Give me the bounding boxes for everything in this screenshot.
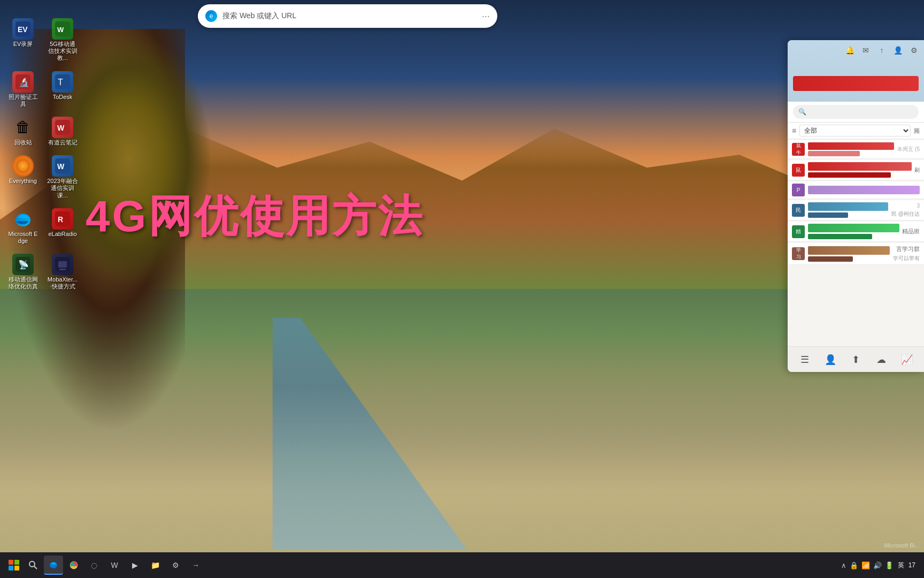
clock[interactable]: 17: [908, 561, 915, 569]
chat-bar-blue2: [808, 212, 848, 218]
desktop-icon-ev[interactable]: EV EV录屏: [5, 16, 41, 64]
footer-chart-button[interactable]: 📈: [898, 351, 915, 368]
svg-rect-23: [9, 560, 13, 565]
svg-rect-26: [14, 566, 19, 571]
taskbar-nav-button[interactable]: →: [186, 556, 205, 575]
panel-header-icons: 🔔 ✉ ↑ 👤 ⚙: [844, 44, 920, 56]
ev-icon: EV: [12, 18, 34, 40]
svg-text:W: W: [57, 124, 65, 132]
svg-text:EV: EV: [18, 25, 28, 34]
clock-time: 17: [908, 561, 915, 569]
filter-select[interactable]: 全部 未读: [799, 125, 911, 136]
address-bar[interactable]: e 搜索 Web 或键入 URL ···: [198, 4, 497, 28]
battery-icon[interactable]: 🔋: [885, 561, 894, 569]
svg-rect-22: [59, 269, 66, 270]
taskbar-app6-button[interactable]: ▶: [125, 556, 144, 575]
chat-avatar-red: 鼠: [792, 164, 805, 177]
chat-item-purple[interactable]: P: [788, 181, 924, 199]
taskbar-files-button[interactable]: 📁: [145, 556, 165, 575]
settings-gear-icon[interactable]: ⚙: [908, 44, 920, 56]
chat-avatar-darkred: 学习: [792, 247, 805, 260]
chat-item-darkred[interactable]: 学习 言学习群 学可以带有: [788, 243, 924, 265]
mail-icon[interactable]: ✉: [860, 44, 872, 56]
5g-label: 5G移动通信技术实训教...: [47, 41, 78, 62]
yunbi-label: 有道云笔记: [48, 139, 78, 146]
desktop-icon-5g[interactable]: W 5G移动通信技术实训教...: [45, 16, 80, 64]
moba-label: MobaXter... ·快捷方式: [47, 276, 78, 290]
footer-upload-button[interactable]: ⬆: [847, 351, 864, 368]
desktop-icon-edge[interactable]: Microsoft Edge: [5, 206, 41, 247]
footer-menu-button[interactable]: ☰: [796, 351, 813, 368]
5g-icon: W: [52, 18, 73, 40]
search-box[interactable]: 🔍: [793, 105, 919, 119]
taskbar-app5-button[interactable]: W: [105, 556, 124, 575]
chat-avatar-green: 精: [792, 225, 805, 238]
chat-meta-darkred: 言学习群 学可以带有: [893, 245, 920, 262]
svg-rect-21: [58, 261, 67, 268]
avatar-icon[interactable]: 👤: [892, 44, 904, 56]
language-indicator[interactable]: 英: [898, 561, 904, 570]
panel-search[interactable]: 🔍: [788, 102, 924, 123]
recycle-label: 回收站: [14, 139, 32, 146]
chat-avatar-blue: 民: [792, 204, 805, 217]
desktop-icon-elab[interactable]: R eLabRadio: [45, 206, 80, 247]
header-red-bar: [793, 76, 919, 91]
footer-contacts-button[interactable]: 👤: [822, 351, 839, 368]
taskbar-gear-button[interactable]: ⚙: [166, 556, 185, 575]
chat-meta-blue: 3 民 @柯任达: [891, 203, 920, 218]
chat-bar-1b: [808, 151, 860, 156]
svg-text:T: T: [58, 78, 63, 87]
desktop-icon-everything[interactable]: Everything: [5, 153, 41, 201]
mobile-net-icon: 📡: [12, 254, 34, 275]
ms-watermark: Microsoft Bi...: [884, 542, 920, 549]
wifi-icon[interactable]: 📶: [861, 561, 870, 569]
svg-text:R: R: [58, 215, 63, 224]
address-more-button[interactable]: ···: [482, 11, 490, 22]
ev-label: EV录屏: [13, 41, 33, 48]
network-icon[interactable]: 🔒: [850, 561, 858, 569]
svg-line-28: [34, 566, 37, 569]
chat-bar-darkred2: [808, 256, 853, 262]
desktop-icon-mobile-net[interactable]: 📡 移动通信网络优化仿真: [5, 252, 41, 292]
bell-icon[interactable]: 🔔: [844, 44, 856, 56]
chat-bar-purple: [808, 186, 920, 194]
desktop-icon-recycle[interactable]: 🗑 回收站: [5, 115, 41, 148]
edge-logo-icon: e: [205, 10, 217, 22]
taskbar-search-button[interactable]: [24, 556, 43, 575]
chat-bar-darkred: [808, 246, 890, 255]
taskbar-chrome-button[interactable]: [64, 556, 83, 575]
todesk-label: ToDesk: [53, 94, 73, 101]
edge-icon: [12, 208, 34, 230]
desktop-icon-yunbi[interactable]: W 有道云笔记: [45, 115, 80, 148]
desktop-icons: EV EV录屏 W 5G移动通信技术实训教...: [0, 11, 86, 300]
desktop-icon-todesk[interactable]: T ToDesk: [45, 69, 80, 110]
chat-preview-blue: 民 @柯任达: [891, 210, 920, 218]
chat-bar-blue: [808, 202, 888, 211]
chat-item-1[interactable]: 鼠牛 本周五 (5: [788, 140, 924, 159]
volume-icon[interactable]: 🔊: [873, 561, 882, 569]
icon-row-2: 🔬 照片验证工具 T ToDesk: [5, 69, 80, 110]
taskbar-edge-button[interactable]: [44, 556, 63, 575]
desktop-icon-photo[interactable]: 🔬 照片验证工具: [5, 69, 41, 110]
desktop-icon-2023[interactable]: W 2023年融合通信实训课...: [45, 153, 80, 201]
chat-item-red[interactable]: 鼠 刷: [788, 160, 924, 180]
chat-item-green[interactable]: 精 精品班: [788, 222, 924, 242]
mobile-net-label: 移动通信网络优化仿真: [7, 276, 38, 290]
main-overlay-text: 4G网优使用方法: [86, 187, 320, 246]
start-button[interactable]: [4, 556, 24, 575]
chat-bar-green: [808, 224, 899, 232]
filter-icon: ≡: [792, 126, 796, 135]
elab-label: eLabRadio: [48, 231, 76, 238]
chevron-up-icon[interactable]: ∧: [841, 561, 846, 569]
2023-label: 2023年融合通信实训课...: [47, 178, 78, 199]
chat-bar-green2: [808, 234, 872, 239]
share-icon[interactable]: ↑: [876, 44, 888, 56]
chat-item-blue[interactable]: 民 3 民 @柯任达: [788, 200, 924, 220]
desktop-icon-moba[interactable]: MobaXter... ·快捷方式: [45, 252, 80, 292]
search-icon: 🔍: [798, 108, 806, 116]
taskbar-app4-button[interactable]: ◌: [84, 556, 104, 575]
footer-cloud-button[interactable]: ☁: [873, 351, 890, 368]
2023-icon: W: [52, 155, 73, 177]
everything-label: Everything: [9, 178, 37, 185]
chat-avatar-purple: P: [792, 184, 805, 196]
